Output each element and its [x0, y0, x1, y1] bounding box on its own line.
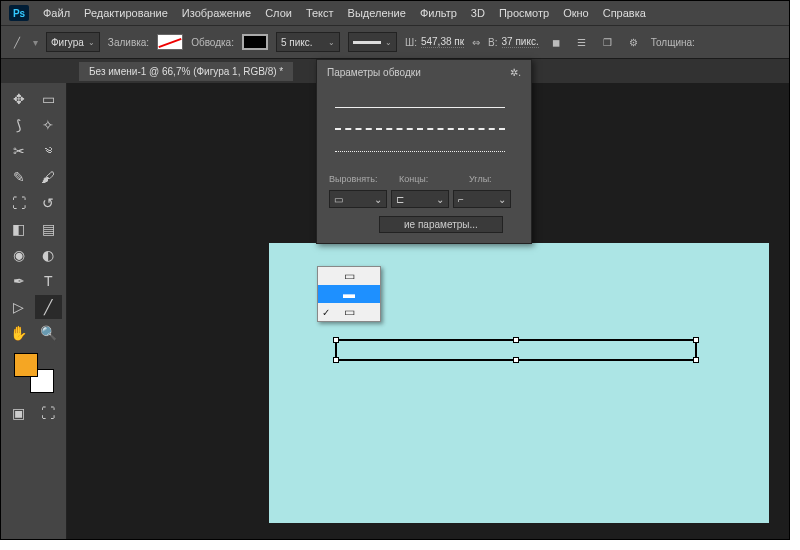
menu-layers[interactable]: Слои	[265, 7, 292, 19]
align-label: Выровнять:	[329, 174, 387, 184]
screenmode-icon[interactable]: ⛶	[35, 401, 63, 425]
ps-logo: Ps	[9, 5, 29, 21]
corners-label: Углы:	[469, 174, 492, 184]
menu-window[interactable]: Окно	[563, 7, 589, 19]
stroke-style-dropdown[interactable]: ⌄	[348, 32, 397, 52]
shape-rectangle[interactable]	[335, 339, 697, 361]
foreground-color-swatch[interactable]	[14, 353, 38, 377]
menu-edit[interactable]: Редактирование	[84, 7, 168, 19]
stroke-swatch[interactable]	[242, 34, 268, 50]
text-tool-icon[interactable]: T	[35, 269, 63, 293]
menu-select[interactable]: Выделение	[348, 7, 406, 19]
quickmask-icon[interactable]: ▣	[5, 401, 33, 425]
app-window: Ps Файл Редактирование Изображение Слои …	[0, 0, 790, 540]
wand-tool-icon[interactable]: ✧	[35, 113, 63, 137]
eraser-tool-icon[interactable]: ◧	[5, 217, 33, 241]
height-label: В:	[488, 37, 497, 48]
stroke-style-dotted[interactable]	[335, 140, 513, 162]
pen-tool-icon[interactable]: ✒	[5, 269, 33, 293]
width-value[interactable]: 547,38 пк	[421, 36, 464, 48]
history-brush-icon[interactable]: ↺	[35, 191, 63, 215]
stroke-style-solid[interactable]	[335, 96, 513, 118]
toolbox: ✥▭ ⟆✧ ✂༄ ✎🖌 ⛶↺ ◧▤ ◉◐ ✒T ▷╱ ✋🔍 ▣⛶	[1, 83, 67, 539]
stroke-label: Обводка:	[191, 37, 234, 48]
color-swatches[interactable]	[14, 353, 54, 393]
stroke-options-popup: Параметры обводки ✲. Выровнять: Концы: У…	[316, 59, 532, 244]
zoom-tool-icon[interactable]: 🔍	[35, 321, 63, 345]
gear-icon[interactable]: ⚙	[625, 33, 643, 51]
blur-tool-icon[interactable]: ◉	[5, 243, 33, 267]
healing-tool-icon[interactable]: ✎	[5, 165, 33, 189]
height-value[interactable]: 37 пикс.	[502, 36, 539, 48]
hand-tool-icon[interactable]: ✋	[5, 321, 33, 345]
thickness-label: Толщина:	[651, 37, 695, 48]
menu-file[interactable]: Файл	[43, 7, 70, 19]
menu-text[interactable]: Текст	[306, 7, 334, 19]
path-operations-icon[interactable]: ◼	[547, 33, 565, 51]
link-dimensions-icon[interactable]: ⇔	[472, 37, 480, 48]
menu-view[interactable]: Просмотр	[499, 7, 549, 19]
width-label: Ш:	[405, 37, 417, 48]
menu-help[interactable]: Справка	[603, 7, 646, 19]
gradient-tool-icon[interactable]: ▤	[35, 217, 63, 241]
popup-gear-icon[interactable]: ✲.	[510, 67, 521, 78]
align-option-outside[interactable]: ✓▭	[318, 303, 380, 321]
dodge-tool-icon[interactable]: ◐	[35, 243, 63, 267]
more-options-button[interactable]: ие параметры...	[379, 216, 503, 233]
menu-filter[interactable]: Фильтр	[420, 7, 457, 19]
align-option-inside[interactable]: ▭	[318, 267, 380, 285]
lasso-tool-icon[interactable]: ⟆	[5, 113, 33, 137]
stroke-width-dropdown[interactable]: 5 пикс.⌄	[276, 32, 340, 52]
stroke-style-dashed[interactable]	[335, 118, 513, 140]
marquee-tool-icon[interactable]: ▭	[35, 87, 63, 111]
fill-label: Заливка:	[108, 37, 149, 48]
stamp-tool-icon[interactable]: ⛶	[5, 191, 33, 215]
caps-dropdown[interactable]: ⊏⌄	[391, 190, 449, 208]
path-select-icon[interactable]: ▷	[5, 295, 33, 319]
corners-dropdown[interactable]: ⌐⌄	[453, 190, 511, 208]
caps-label: Концы:	[399, 174, 457, 184]
document-tab[interactable]: Без имени-1 @ 66,7% (Фигура 1, RGB/8) *	[79, 62, 293, 81]
move-tool-icon[interactable]: ✥	[5, 87, 33, 111]
path-alignment-icon[interactable]: ☰	[573, 33, 591, 51]
align-option-center[interactable]: ▬	[318, 285, 380, 303]
popup-title: Параметры обводки	[327, 67, 421, 78]
align-dropdown[interactable]: ▭⌄	[329, 190, 387, 208]
brush-tool-icon[interactable]: 🖌	[35, 165, 63, 189]
menu-image[interactable]: Изображение	[182, 7, 251, 19]
path-arrangement-icon[interactable]: ❒	[599, 33, 617, 51]
align-dropdown-list: ▭ ▬ ✓▭	[317, 266, 381, 322]
line-tool-icon[interactable]: ╱	[35, 295, 63, 319]
fill-swatch[interactable]	[157, 34, 183, 50]
line-tool-icon: ╱	[9, 34, 25, 50]
crop-tool-icon[interactable]: ✂	[5, 139, 33, 163]
menu-3d[interactable]: 3D	[471, 7, 485, 19]
eyedropper-tool-icon[interactable]: ༄	[35, 139, 63, 163]
shape-mode-dropdown[interactable]: Фигура⌄	[46, 32, 100, 52]
menu-bar: Ps Файл Редактирование Изображение Слои …	[1, 1, 789, 25]
options-bar: ╱ ▾ Фигура⌄ Заливка: Обводка: 5 пикс.⌄ ⌄…	[1, 25, 789, 59]
